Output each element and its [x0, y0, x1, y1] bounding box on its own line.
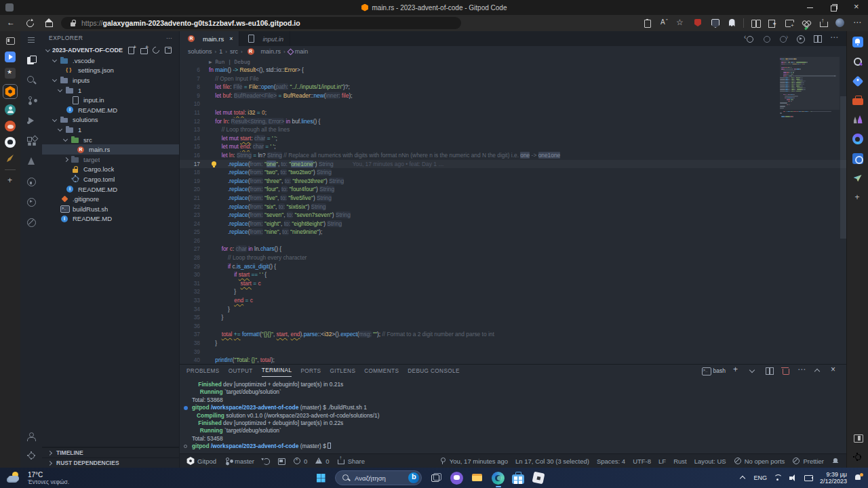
code-line-31[interactable]: 31 start = c: [180, 279, 846, 288]
ext-icon[interactable]: [26, 136, 37, 146]
panel-tab-comments[interactable]: COMMENTS: [364, 365, 399, 377]
close-tab-icon[interactable]: ×: [229, 35, 233, 42]
code-line-23[interactable]: 23 .replace(from: "seven", to: "seven7se…: [180, 211, 846, 220]
status-ln-17-col-30-3-selected-[interactable]: Ln 17, Col 30 (3 selected): [515, 458, 589, 465]
gitpod-hex-icon[interactable]: [5, 86, 16, 97]
taskbar-app-taskview[interactable]: [429, 471, 443, 485]
code-line-27[interactable]: 27 for c: char in ln.chars() {: [180, 245, 846, 253]
tree-item-target[interactable]: target: [42, 155, 179, 165]
plus-icon[interactable]: [731, 365, 742, 376]
share-icon[interactable]: [818, 18, 829, 28]
status-lf[interactable]: LF: [658, 458, 666, 465]
notification-bell-icon[interactable]: [853, 473, 863, 483]
files-icon[interactable]: [26, 54, 37, 65]
gear-icon[interactable]: [26, 450, 37, 461]
toolbox-icon[interactable]: [852, 98, 863, 105]
min-window-button[interactable]: [799, 0, 822, 15]
code-line-36[interactable]: 36: [180, 322, 846, 331]
trash-icon[interactable]: [780, 365, 791, 376]
tree-item-cargo-toml[interactable]: Cargo.toml: [42, 174, 179, 184]
tray-expand-icon[interactable]: [738, 473, 747, 483]
tree-item-input-in[interactable]: input.in: [42, 95, 179, 105]
weather-widget[interactable]: 17°C Έντονες νεφώσ.: [0, 471, 149, 485]
code-line-39[interactable]: 39: [180, 348, 846, 357]
status-spaces-4[interactable]: Spaces: 4: [597, 458, 625, 465]
panel-tab-output[interactable]: OUTPUT: [229, 365, 253, 377]
code-line-18[interactable]: 18 .replace(from: "two", to: "two2two") …: [180, 168, 846, 177]
code-line-30[interactable]: 30 if start == ' ' {: [180, 270, 846, 279]
volume-icon[interactable]: [789, 473, 798, 483]
tab-input-in[interactable]: input.in: [239, 31, 290, 46]
code-line-15[interactable]: 15 let mut end: char = ' ';: [180, 142, 846, 151]
breadcrumb-main[interactable]: main: [288, 48, 309, 55]
status-gitpod[interactable]: Gitpod: [186, 457, 216, 465]
code-line-24[interactable]: 24 .replace(from: "eight", to: "eight8ei…: [180, 220, 846, 228]
section-rust-dependencies[interactable]: RUST DEPENDENCIES: [42, 458, 179, 468]
collapse-folders-button[interactable]: [164, 46, 172, 54]
explorer-root-row[interactable]: 2023-ADVENT-OF-CODE: [42, 45, 179, 56]
github-app-icon[interactable]: [5, 137, 16, 148]
code-line-7[interactable]: 7 // Open Input File: [180, 75, 846, 83]
circle-block-icon[interactable]: [26, 217, 37, 228]
tag-icon[interactable]: [852, 76, 863, 87]
start-button[interactable]: [314, 471, 328, 485]
play-app-icon[interactable]: [5, 52, 16, 62]
add-icon[interactable]: [5, 176, 16, 186]
status-0[interactable]: 0: [315, 457, 329, 465]
clock[interactable]: 9:39 μμ 2/12/2023: [820, 471, 847, 485]
code-line-22[interactable]: 22 .replace(from: "six", to: "six6six") …: [180, 203, 846, 211]
tree-item-cargo-lock[interactable]: Cargo.lock: [42, 165, 179, 175]
clipboard-icon[interactable]: [642, 18, 652, 28]
status-layers[interactable]: [277, 457, 285, 465]
code-line-33[interactable]: 33 end = c: [180, 296, 846, 305]
tree-item--gitignore[interactable]: .gitignore: [42, 194, 179, 204]
collections-icon[interactable]: [767, 18, 778, 28]
dots-icon[interactable]: [829, 33, 840, 44]
panel-tab-gitlens[interactable]: GITLENS: [330, 365, 355, 377]
tree-item-solutions[interactable]: solutions: [42, 115, 179, 125]
plane-icon[interactable]: [852, 173, 863, 184]
more-icon[interactable]: [852, 18, 863, 28]
search-icon[interactable]: [26, 75, 37, 85]
code-line-8[interactable]: 8 let file: File = File::open(path: "../…: [180, 83, 846, 92]
code-line-19[interactable]: 19 .replace(from: "three", to: "three3th…: [180, 177, 846, 186]
tree-item-settings-json[interactable]: settings.json: [42, 66, 179, 76]
quill-icon[interactable]: [5, 153, 16, 164]
tabs-icon[interactable]: [5, 35, 16, 46]
terminal[interactable]: Finished dev [unoptimized + debuginfo] t…: [180, 377, 846, 453]
ghost-icon[interactable]: [726, 18, 737, 28]
new-folder-button[interactable]: [140, 46, 148, 54]
code-line-20[interactable]: 20 .replace(from: "four", to: "four4four…: [180, 185, 846, 194]
octocat-icon[interactable]: [26, 176, 37, 187]
code-line-9[interactable]: 9 let buf: BufReader<File> = BufReader::…: [180, 92, 846, 100]
shield-dark-icon[interactable]: [709, 18, 720, 28]
tree-item-src[interactable]: src: [42, 135, 179, 145]
tree-item-main-rs[interactable]: main.rs: [42, 144, 179, 155]
shield-red-icon[interactable]: [692, 18, 703, 28]
tree-item-readme-md[interactable]: README.MD: [42, 184, 179, 195]
chevd-icon[interactable]: [747, 365, 758, 376]
code-line-37[interactable]: 37 total += format!("{}{}", start, end).…: [180, 330, 846, 339]
url-bar[interactable]: https://galaxygamin-2023advento-g0ts1zzb…: [61, 17, 461, 29]
code-line-21[interactable]: 21 .replace(from: "five", to: "five5five…: [180, 194, 846, 203]
tab-main-rs[interactable]: main.rs×: [180, 31, 239, 46]
bing-search-icon[interactable]: [852, 56, 863, 67]
panel-tab-debug-console[interactable]: DEBUG CONSOLE: [408, 365, 460, 377]
flask-icon[interactable]: [26, 156, 37, 167]
code-editor[interactable]: ▶ Run | Debug 6fn main() -> Result<(), s…: [180, 57, 846, 364]
split-icon[interactable]: [764, 365, 774, 376]
panel-tab-terminal[interactable]: TERMINAL: [262, 365, 292, 377]
code-line-25[interactable]: 25 .replace(from: "nine", to: "nine9nine…: [180, 228, 846, 237]
taskbar-search[interactable]: Αναζήτηση: [335, 470, 422, 485]
code-line-34[interactable]: 34 }: [180, 305, 846, 314]
code-line-16[interactable]: 16 let ln: String = ln? String // Replac…: [180, 151, 846, 160]
explorer-more-button[interactable]: ⋯: [166, 35, 172, 41]
games-icon[interactable]: [852, 114, 863, 125]
refresh-explorer-button[interactable]: [152, 46, 160, 54]
readaloud-icon[interactable]: [658, 18, 669, 28]
code-line-28[interactable]: 28 // Loop through every character: [180, 253, 846, 262]
status-utf-8[interactable]: UTF-8: [633, 458, 651, 465]
tree-item-buildrust-sh[interactable]: buildRust.sh: [42, 204, 179, 214]
status-sync[interactable]: [262, 457, 270, 465]
breadcrumb-1[interactable]: 1: [219, 48, 222, 55]
